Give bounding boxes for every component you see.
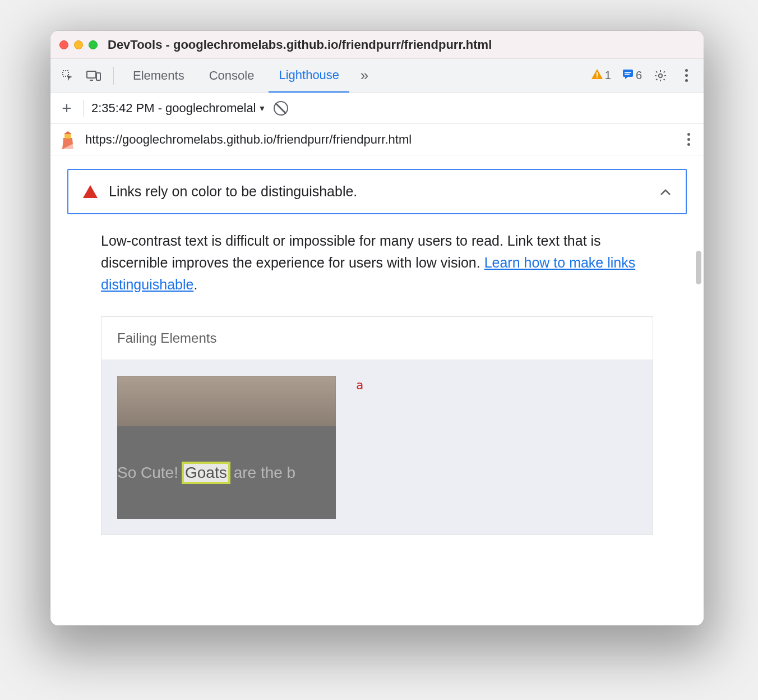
messages-badge[interactable]: 6 — [622, 68, 642, 82]
error-icon — [83, 185, 98, 198]
thumb-text-pre: So Cute! — [117, 464, 178, 482]
svg-marker-13 — [64, 131, 72, 134]
element-screenshot[interactable]: So Cute! Goats are the b — [117, 376, 336, 519]
chevron-down-icon: ▼ — [258, 104, 266, 113]
lighthouse-icon — [61, 131, 75, 148]
svg-rect-6 — [623, 70, 633, 77]
warnings-badge[interactable]: 1 — [591, 69, 611, 82]
devtools-tabs: Elements Console Lighthouse » 1 6 — [50, 59, 704, 93]
audit-header[interactable]: Links rely on color to be distinguishabl… — [67, 169, 687, 214]
tab-lighthouse[interactable]: Lighthouse — [269, 59, 349, 93]
report-selector[interactable]: 2:35:42 PM - googlechromelal ▼ — [91, 101, 266, 116]
audit-description: Low-contrast text is difficult or imposs… — [67, 214, 687, 301]
warning-count: 1 — [605, 69, 611, 82]
maximize-icon[interactable] — [89, 40, 98, 49]
thumb-text-post: are the b — [234, 464, 296, 482]
svg-rect-3 — [96, 73, 100, 80]
svg-rect-12 — [64, 134, 71, 139]
scrollbar-thumb[interactable] — [696, 251, 701, 284]
svg-rect-1 — [87, 71, 96, 78]
new-report-button[interactable]: + — [58, 99, 75, 118]
svg-rect-4 — [597, 72, 598, 76]
devtools-window: DevTools - googlechromelabs.github.io/fr… — [50, 31, 704, 625]
divider — [113, 67, 114, 85]
clear-icon[interactable] — [274, 101, 288, 116]
inspect-icon[interactable] — [57, 65, 78, 86]
element-tag[interactable]: a — [356, 376, 363, 392]
settings-icon[interactable] — [650, 65, 671, 86]
thumb-text-highlight: Goats — [182, 462, 230, 484]
report-url: https://googlechromelabs.github.io/frien… — [85, 132, 674, 147]
chevron-up-icon — [660, 185, 671, 199]
window-title: DevTools - googlechromelabs.github.io/fr… — [108, 38, 492, 52]
message-icon — [622, 68, 634, 82]
minimize-icon[interactable] — [74, 40, 83, 49]
svg-rect-8 — [625, 74, 630, 75]
tab-console[interactable]: Console — [199, 59, 265, 92]
lighthouse-toolbar: + 2:35:42 PM - googlechromelal ▼ — [50, 93, 704, 124]
svg-rect-7 — [625, 72, 631, 73]
report-url-bar: https://googlechromelabs.github.io/frien… — [50, 124, 704, 155]
report-menu-icon[interactable] — [684, 130, 694, 149]
more-icon[interactable] — [676, 65, 697, 86]
window-controls — [59, 40, 98, 49]
divider — [83, 100, 84, 117]
svg-rect-5 — [597, 77, 598, 78]
tab-elements[interactable]: Elements — [123, 59, 195, 92]
device-toggle-icon[interactable] — [83, 65, 104, 86]
audit-description-suffix: . — [193, 277, 197, 292]
report-content: Links rely on color to be distinguishabl… — [50, 155, 704, 625]
titlebar: DevTools - googlechromelabs.github.io/fr… — [50, 31, 704, 59]
failing-elements-section: Failing Elements So Cute! Goats are the … — [101, 316, 653, 535]
tabs-overflow-icon[interactable]: » — [354, 65, 375, 86]
svg-point-9 — [659, 73, 662, 77]
audit-title: Links rely on color to be distinguishabl… — [109, 183, 357, 200]
warning-icon — [591, 69, 603, 82]
failing-elements-body: So Cute! Goats are the b a — [101, 360, 653, 535]
report-label: 2:35:42 PM - googlechromelal — [91, 101, 256, 116]
message-count: 6 — [636, 69, 642, 82]
close-icon[interactable] — [59, 40, 68, 49]
failing-elements-heading: Failing Elements — [101, 317, 653, 360]
